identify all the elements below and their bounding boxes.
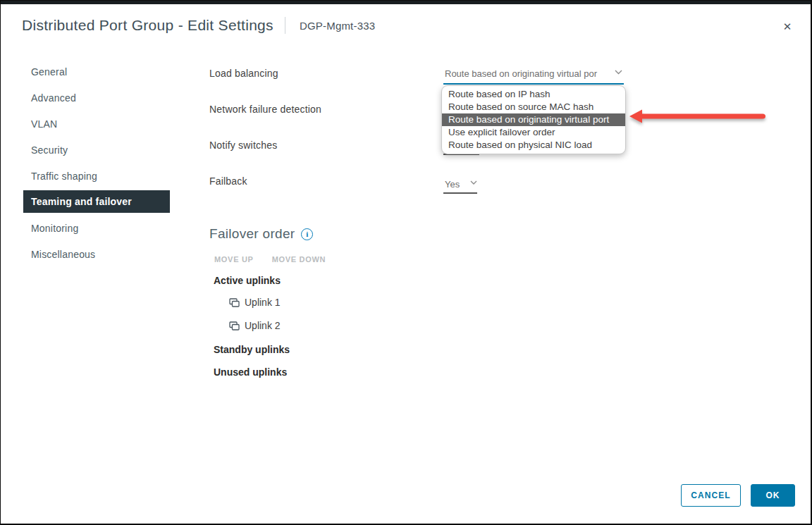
- title-separator: [285, 17, 285, 34]
- settings-sidebar: General Advanced VLAN Security Traffic s…: [23, 58, 170, 267]
- dropdown-option-ip-hash[interactable]: Route based on IP hash: [442, 88, 625, 101]
- sidebar-item-security[interactable]: Security: [23, 137, 170, 163]
- active-uplinks-label: Active uplinks: [214, 275, 281, 286]
- unused-uplinks-label: Unused uplinks: [214, 366, 287, 378]
- sidebar-item-advanced[interactable]: Advanced: [23, 85, 170, 111]
- close-icon[interactable]: ✕: [780, 19, 795, 35]
- annotation-arrow-icon: [627, 106, 768, 129]
- edit-settings-dialog: Distributed Port Group - Edit Settings D…: [0, 0, 812, 525]
- cancel-button[interactable]: CANCEL: [681, 484, 741, 507]
- failback-select[interactable]: Yes: [443, 176, 477, 194]
- uplink-label: Uplink 1: [245, 297, 281, 308]
- chevron-down-icon: [470, 180, 477, 185]
- dropdown-option-source-mac-hash[interactable]: Route based on source MAC hash: [442, 101, 625, 113]
- sidebar-item-monitoring[interactable]: Monitoring: [23, 215, 170, 241]
- sidebar-item-miscellaneous[interactable]: Miscellaneous: [23, 241, 170, 267]
- dialog-title: Distributed Port Group - Edit Settings: [22, 17, 273, 34]
- failback-label: Failback: [209, 175, 247, 187]
- ok-button[interactable]: OK: [751, 484, 795, 507]
- portgroup-name: DGP-Mgmt-333: [300, 20, 375, 32]
- uplink-row[interactable]: Uplink 2: [229, 320, 281, 331]
- load-balancing-dropdown: Route based on IP hash Route based on so…: [441, 85, 626, 154]
- sidebar-item-teaming-and-failover[interactable]: Teaming and failover: [23, 190, 170, 213]
- uplink-label: Uplink 2: [245, 320, 281, 331]
- load-balancing-value: Route based on originating virtual por: [445, 68, 597, 79]
- load-balancing-label: Load balancing: [209, 68, 278, 79]
- failback-value: Yes: [445, 179, 460, 190]
- uplink-icon: [229, 321, 240, 331]
- standby-uplinks-label: Standby uplinks: [214, 344, 290, 355]
- network-failure-detection-label: Network failure detection: [209, 104, 321, 115]
- load-balancing-select[interactable]: Route based on originating virtual por: [443, 66, 624, 85]
- move-buttons: MOVE UP MOVE DOWN: [214, 255, 326, 264]
- failover-order-heading: Failover order i: [209, 226, 313, 242]
- uplink-icon: [229, 298, 240, 307]
- dropdown-option-originating-virtual-port[interactable]: Route based on originating virtual port: [442, 113, 625, 126]
- dropdown-option-physical-nic-load[interactable]: Route based on physical NIC load: [442, 139, 625, 152]
- chevron-down-icon: [615, 70, 622, 75]
- failover-order-title: Failover order: [209, 226, 295, 242]
- sidebar-item-vlan[interactable]: VLAN: [23, 111, 170, 137]
- dialog-titlebar: Distributed Port Group - Edit Settings D…: [22, 17, 375, 34]
- sidebar-item-traffic-shaping[interactable]: Traffic shaping: [23, 163, 170, 189]
- uplink-row[interactable]: Uplink 1: [229, 297, 281, 308]
- sidebar-item-general[interactable]: General: [23, 58, 170, 85]
- background-app-strip: [1, 1, 811, 4]
- notify-switches-label: Notify switches: [209, 140, 277, 151]
- dropdown-option-explicit-failover-order[interactable]: Use explicit failover order: [442, 126, 625, 139]
- move-up-button[interactable]: MOVE UP: [214, 255, 254, 264]
- move-down-button[interactable]: MOVE DOWN: [272, 255, 326, 264]
- info-icon[interactable]: i: [301, 228, 313, 240]
